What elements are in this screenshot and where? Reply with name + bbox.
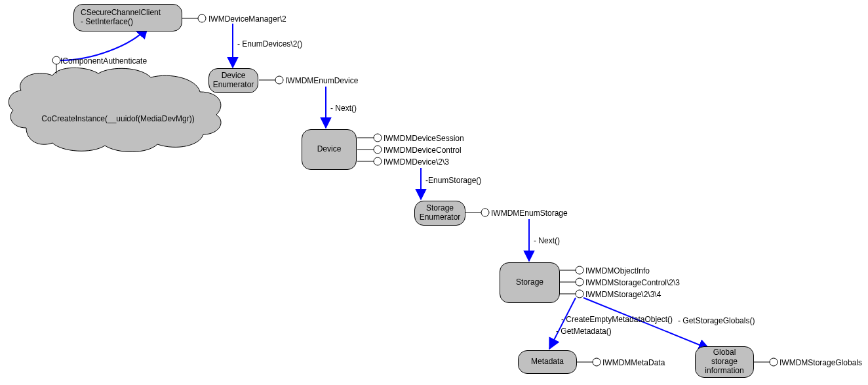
label-iwmdm-enum-device: IWMDMEnumDevice xyxy=(285,76,358,85)
node-metadata: Metadata xyxy=(518,350,577,374)
secure-client-line1: CSecureChannelClient xyxy=(81,9,161,18)
lollipop-objectinfo xyxy=(560,266,583,274)
lollipop-device-session xyxy=(357,134,382,142)
lollipop-icomponent-auth xyxy=(52,56,60,73)
label-iwmdm-device-session: IWMDMDeviceSession xyxy=(384,134,464,143)
svg-point-1 xyxy=(52,56,60,64)
label-create-empty-metadata: - CreateEmptyMetadataObject() xyxy=(561,315,673,324)
svg-point-3 xyxy=(198,14,206,22)
label-next-storage: - Next() xyxy=(534,236,560,245)
label-iwm-dev-mgr: IWMDeviceManager\2 xyxy=(208,14,286,24)
node-global-storage-info: Global storage information xyxy=(695,346,754,378)
lollipop-storage-control xyxy=(560,278,583,286)
metadata-line1: Metadata xyxy=(531,357,564,367)
svg-point-5 xyxy=(275,76,283,84)
label-icomponent-auth: IComponentAuthenticate xyxy=(60,56,147,66)
svg-point-23 xyxy=(770,358,778,366)
device-enum-line1: Device xyxy=(222,71,246,81)
node-device-enumerator: Device Enumerator xyxy=(208,68,258,93)
svg-point-9 xyxy=(374,146,382,153)
label-iwmdm-enum-storage: IWMDMEnumStorage xyxy=(491,209,568,218)
label-enum-devices: - EnumDevices\2() xyxy=(237,39,302,49)
storage-enum-line1: Storage xyxy=(426,204,454,213)
node-secure-channel-client: CSecureChannelClient - SetInterface() xyxy=(73,4,182,31)
lollipop-metadata xyxy=(577,358,601,366)
label-next-device: - Next() xyxy=(330,104,357,113)
label-iwmdm-objectinfo: IWMDMObjectInfo xyxy=(585,266,650,275)
label-iwmdm-device: IWMDMDevice\2\3 xyxy=(384,157,449,167)
global-storage-line3: information xyxy=(705,367,743,376)
arrow-auth-to-secure xyxy=(60,28,148,60)
device-line1: Device xyxy=(317,145,342,154)
cloud-shape xyxy=(9,68,221,152)
svg-point-17 xyxy=(576,278,583,286)
global-storage-line1: Global xyxy=(713,348,736,357)
lollipop-iwm-dev-mgr xyxy=(182,14,206,22)
label-get-metadata: - GetMetadata() xyxy=(556,327,612,336)
lollipop-device-control xyxy=(357,146,382,153)
label-enum-storage: -EnumStorage() xyxy=(425,176,481,185)
svg-point-21 xyxy=(593,358,601,366)
node-storage-enumerator: Storage Enumerator xyxy=(414,201,465,226)
lollipop-enum-storage xyxy=(465,209,489,216)
lollipop-enum-device xyxy=(259,76,283,84)
label-get-storage-globals: - GetStorageGlobals() xyxy=(678,316,755,325)
device-enum-line2: Enumerator xyxy=(213,81,254,90)
label-iwmdm-storage: IWMDMStorage\2\3\4 xyxy=(585,290,661,299)
cloud-label: CoCreateInstance(__uuidof(MediaDevMgr)) xyxy=(33,114,203,123)
secure-client-line2: - SetInterface() xyxy=(81,18,133,27)
lollipop-storage xyxy=(560,290,583,298)
node-device: Device xyxy=(302,129,357,170)
label-iwmdm-storage-globals: IWMDMStorageGlobals xyxy=(779,358,862,367)
storage-line1: Storage xyxy=(516,278,543,287)
storage-enum-line2: Enumerator xyxy=(420,213,461,222)
label-iwmdm-metadata: IWMDMMetaData xyxy=(602,358,665,367)
svg-point-7 xyxy=(374,134,382,142)
svg-point-13 xyxy=(481,209,489,216)
lollipop-device xyxy=(357,157,382,165)
global-storage-line2: storage xyxy=(711,357,738,367)
svg-point-15 xyxy=(576,266,583,274)
node-storage: Storage xyxy=(500,262,560,303)
label-iwmdm-device-control: IWMDMDeviceControl xyxy=(384,146,462,155)
label-iwmdm-storage-control: IWMDMStorageControl\2\3 xyxy=(585,278,680,287)
svg-point-11 xyxy=(374,157,382,165)
svg-point-19 xyxy=(576,290,583,298)
lollipop-storage-globals xyxy=(754,358,778,366)
